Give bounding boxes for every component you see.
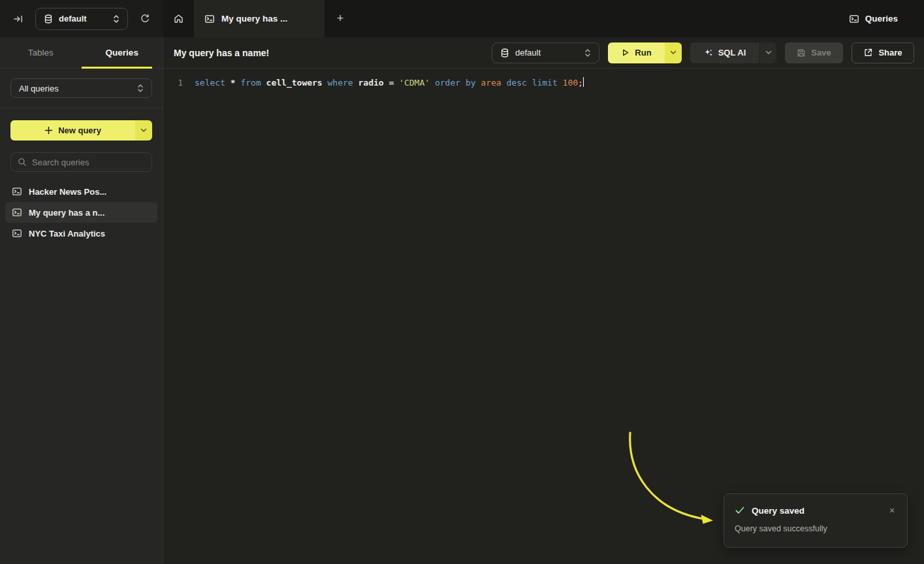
line-number: 1 xyxy=(174,77,183,89)
query-console-icon xyxy=(12,228,22,239)
sql-ai-main[interactable]: SQL AI xyxy=(690,42,759,63)
run-button-main[interactable]: Run xyxy=(608,42,665,63)
query-list-item[interactable]: NYC Taxi Analytics xyxy=(5,223,157,244)
sql-token: order xyxy=(435,78,466,88)
save-button[interactable]: Save xyxy=(785,42,843,63)
sql-token: area xyxy=(481,78,506,88)
sidebar-header: default xyxy=(0,0,163,37)
sql-ai-dropdown[interactable] xyxy=(759,42,776,63)
sparkle-icon xyxy=(704,48,713,58)
query-filter-select[interactable]: All queries xyxy=(10,78,152,98)
toast-query-saved: Query saved × Query saved successfully xyxy=(724,493,908,548)
new-query-dropdown[interactable] xyxy=(135,120,152,141)
top-database-value: default xyxy=(59,14,107,24)
query-item-label: Hacker News Pos... xyxy=(29,187,106,197)
query-search-input[interactable] xyxy=(32,158,145,167)
search-icon xyxy=(18,158,27,167)
save-icon xyxy=(797,48,806,58)
queries-indicator-label: Queries xyxy=(865,14,898,24)
sql-token: = xyxy=(389,78,399,88)
updown-chevron-icon xyxy=(113,14,119,24)
sql-token: 100 xyxy=(563,78,578,88)
sql-token: 'CDMA' xyxy=(399,78,435,88)
plus-icon xyxy=(44,126,53,135)
query-item-label: My query has a n... xyxy=(29,208,104,218)
share-button-label: Share xyxy=(878,48,902,58)
sql-token: radio xyxy=(358,78,389,88)
new-query-section: New query xyxy=(0,108,163,141)
new-query-button[interactable]: New query xyxy=(10,120,152,141)
share-icon xyxy=(863,48,873,58)
sql-token: * xyxy=(231,78,241,88)
main-panel: My query has a name! default xyxy=(163,37,924,564)
text-cursor xyxy=(583,77,584,87)
play-icon xyxy=(621,48,629,57)
sql-token: limit xyxy=(532,78,563,88)
query-console-icon xyxy=(204,14,215,24)
topbar-spacer xyxy=(356,0,849,37)
save-button-label: Save xyxy=(811,48,831,58)
editor-toolbar: My query has a name! default xyxy=(163,37,924,69)
query-list-item[interactable]: Hacker News Pos... xyxy=(5,181,157,202)
query-search[interactable] xyxy=(10,152,152,172)
sql-ai-label: SQL AI xyxy=(718,48,746,58)
query-filter-section: All queries xyxy=(0,69,163,108)
new-query-label: New query xyxy=(58,125,101,135)
collapse-sidebar-button[interactable] xyxy=(9,10,27,28)
query-list: Hacker News Pos... My query has a n... xyxy=(0,180,163,245)
top-bar: default xyxy=(0,0,924,37)
new-query-main[interactable]: New query xyxy=(10,120,135,141)
sql-token: where xyxy=(328,78,358,88)
share-button[interactable]: Share xyxy=(852,42,914,63)
query-filter-value: All queries xyxy=(19,84,131,93)
home-icon xyxy=(173,13,184,24)
updown-chevron-icon xyxy=(137,84,144,93)
toast-message: Query saved successfully xyxy=(735,524,898,533)
query-title: My query has a name! xyxy=(174,48,483,58)
editor-database-selector[interactable]: default xyxy=(492,42,599,63)
collapse-sidebar-icon xyxy=(13,14,24,24)
sql-token: cell_towers xyxy=(266,78,328,88)
query-item-label: NYC Taxi Analytics xyxy=(29,229,105,239)
chevron-down-icon xyxy=(140,128,147,133)
database-icon xyxy=(44,14,53,24)
run-button-label: Run xyxy=(635,48,651,58)
refresh-button[interactable] xyxy=(136,10,154,28)
check-icon xyxy=(735,505,745,516)
query-console-icon xyxy=(12,186,22,197)
queries-indicator[interactable]: Queries xyxy=(849,0,924,37)
updown-chevron-icon xyxy=(584,48,591,58)
run-button[interactable]: Run xyxy=(608,42,682,63)
sql-ai-button[interactable]: SQL AI xyxy=(690,42,776,63)
sql-line: 1 select * from cell_towers where radio … xyxy=(174,77,924,89)
sql-token: by xyxy=(466,78,481,88)
sidebar-tab-queries[interactable]: Queries xyxy=(82,37,163,68)
sidebar-tabs: Tables Queries xyxy=(0,37,163,69)
sql-code: select * from cell_towers where radio = … xyxy=(195,77,583,89)
sql-token: select xyxy=(195,78,231,88)
tab-my-query[interactable]: My query has ... xyxy=(194,0,325,37)
sidebar: Tables Queries All queries xyxy=(0,37,163,564)
new-tab-button[interactable]: + xyxy=(325,0,356,37)
tab-label: My query has ... xyxy=(221,14,287,24)
database-icon xyxy=(500,48,509,58)
app-window: default xyxy=(0,0,924,564)
sql-token: desc xyxy=(507,78,532,88)
query-list-item-selected[interactable]: My query has a n... xyxy=(5,202,157,223)
sql-editor[interactable]: 1 select * from cell_towers where radio … xyxy=(163,69,924,564)
chevron-down-icon xyxy=(765,50,772,55)
tab-strip: My query has ... + Queries xyxy=(163,0,924,37)
chevron-down-icon xyxy=(670,50,677,55)
sql-token: ; xyxy=(578,78,583,88)
query-console-icon xyxy=(12,207,22,218)
home-button[interactable] xyxy=(163,0,194,37)
query-console-icon xyxy=(849,14,859,24)
editor-database-value: default xyxy=(515,48,579,58)
toast-title: Query saved xyxy=(752,506,880,516)
refresh-icon xyxy=(140,14,150,24)
run-dropdown[interactable] xyxy=(665,42,682,63)
sql-token: from xyxy=(240,78,266,88)
close-icon[interactable]: × xyxy=(886,505,898,516)
sidebar-tab-tables[interactable]: Tables xyxy=(0,37,82,68)
top-database-selector[interactable]: default xyxy=(35,8,128,30)
